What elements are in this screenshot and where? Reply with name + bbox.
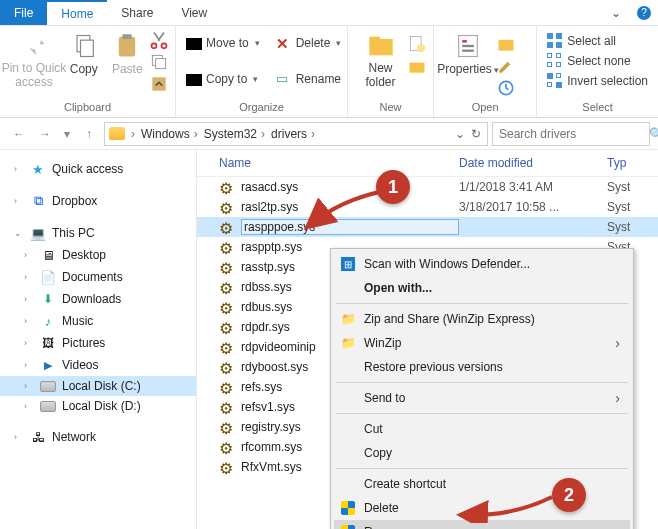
svg-rect-10 [186,74,202,86]
ctx-copy[interactable]: Copy [334,441,630,465]
search-input[interactable] [499,127,649,141]
newfolder-button[interactable]: New folder [354,28,407,90]
paste-shortcut-icon[interactable] [149,74,169,94]
sysfile-icon [219,419,235,435]
history-icon[interactable] [496,78,516,98]
refresh-button[interactable]: ↻ [471,127,481,141]
easyaccess-icon[interactable] [407,56,427,76]
title-tabs: File Home Share View ⌄ ? [0,0,658,26]
invertselection-button[interactable]: Invert selection [543,72,652,90]
edit-icon[interactable] [496,56,516,76]
group-organize-caption: Organize [182,99,341,117]
sysfile-icon [219,239,235,255]
svg-rect-7 [156,59,166,69]
sidebar-item-desktop[interactable]: ›Desktop [0,244,196,266]
pc-icon [30,225,46,241]
crumb-1[interactable]: System32 [204,127,265,141]
sysfile-icon [219,379,235,395]
tab-file[interactable]: File [0,0,47,25]
crumb-0[interactable]: Windows [141,127,198,141]
crumb-dropdown-icon[interactable]: ⌄ [455,127,465,141]
open-icon[interactable] [496,34,516,54]
nav-forward-button[interactable]: → [34,123,56,145]
ctx-delete[interactable]: Delete [334,496,630,520]
desktop-icon [40,247,56,263]
sidebar-item-localdisk-c[interactable]: ›Local Disk (C:) [0,376,196,396]
selectall-button[interactable]: Select all [543,32,652,50]
group-open-caption: Open [440,99,530,117]
col-name[interactable]: Name [219,156,459,170]
paste-icon [113,32,141,60]
rename-icon: ▭ [276,71,292,87]
sidebar: ›Quick access ›Dropbox ⌄This PC ›Desktop… [0,150,197,529]
nav-back-button[interactable]: ← [8,123,30,145]
search-icon: 🔍 [649,127,658,141]
ctx-restore[interactable]: Restore previous versions [334,355,630,379]
svg-point-14 [417,44,425,52]
help-button[interactable]: ? [630,0,658,25]
pin-quickaccess-button[interactable]: Pin to Quick access [6,28,62,90]
nav-recent-button[interactable]: ▾ [60,123,74,145]
sidebar-item-documents[interactable]: ›Documents [0,266,196,288]
newitem-icon[interactable] [407,34,427,54]
copypath-icon[interactable] [149,52,169,72]
ctx-scan-defender[interactable]: ⊞Scan with Windows Defender... [334,252,630,276]
selectnone-icon [547,53,563,69]
ctx-sendto[interactable]: Send to [334,386,630,410]
drive-c-icon [40,381,56,392]
sysfile-icon [219,259,235,275]
copyto-button[interactable]: Copy to [182,70,264,88]
file-name: rasacd.sys [241,180,459,194]
newfolder-icon [367,32,395,60]
cut-icon[interactable] [149,30,169,50]
file-name: rasl2tp.sys [241,200,459,214]
ctx-rename[interactable]: Rename [334,520,630,529]
rename-button[interactable]: ▭ Rename [272,70,346,88]
folder-icon [109,127,125,140]
properties-button[interactable]: Properties [440,28,496,76]
sidebar-item-downloads[interactable]: ›Downloads [0,288,196,310]
tab-view[interactable]: View [167,0,221,25]
breadcrumb[interactable]: › Windows System32 drivers ⌄ ↻ [104,122,488,146]
copy-button[interactable]: Copy [62,28,106,76]
column-headers[interactable]: Name Date modified Typ [197,150,658,177]
sidebar-network[interactable]: ›Network [0,426,196,448]
moveto-button[interactable]: Move to [182,34,264,52]
ctx-openwith[interactable]: Open with... [334,276,630,300]
search-box[interactable]: 🔍 [492,122,650,146]
downloads-icon [40,291,56,307]
sidebar-item-localdisk-d[interactable]: ›Local Disk (D:) [0,396,196,416]
sysfile-icon [219,279,235,295]
collapse-ribbon-button[interactable]: ⌄ [602,0,630,25]
sidebar-item-pictures[interactable]: ›Pictures [0,332,196,354]
svg-rect-19 [462,50,474,52]
shield-delete-icon [340,500,356,516]
svg-rect-20 [499,40,514,51]
sidebar-item-music[interactable]: ›Music [0,310,196,332]
ctx-cut[interactable]: Cut [334,417,630,441]
sidebar-thispc[interactable]: ⌄This PC [0,222,196,244]
paste-button[interactable]: Paste [106,28,150,76]
file-row[interactable]: rasl2tp.sys3/18/2017 10:58 ...Syst [197,197,658,217]
sysfile-icon [219,219,235,235]
delete-button[interactable]: ✕ Delete [272,34,346,52]
sidebar-item-videos[interactable]: ›Videos [0,354,196,376]
winzip-icon: 📁 [340,311,356,327]
ctx-winzip[interactable]: 📁WinZip [334,331,630,355]
col-date[interactable]: Date modified [459,156,607,170]
sidebar-dropbox[interactable]: ›Dropbox [0,190,196,212]
svg-rect-9 [186,38,202,50]
svg-rect-3 [123,34,132,39]
col-type[interactable]: Typ [607,156,658,170]
crumb-2[interactable]: drivers [271,127,315,141]
file-type: Syst [607,180,658,194]
file-date: 3/18/2017 10:58 ... [459,200,607,214]
tab-home[interactable]: Home [47,0,107,25]
ctx-zip-share[interactable]: 📁Zip and Share (WinZip Express) [334,307,630,331]
tab-share[interactable]: Share [107,0,167,25]
selectnone-button[interactable]: Select none [543,52,652,70]
sidebar-quickaccess[interactable]: ›Quick access [0,158,196,180]
file-row[interactable]: raspppoe.sysSyst [197,217,658,237]
nav-up-button[interactable]: ↑ [78,123,100,145]
file-row[interactable]: rasacd.sys1/1/2018 3:41 AMSyst [197,177,658,197]
